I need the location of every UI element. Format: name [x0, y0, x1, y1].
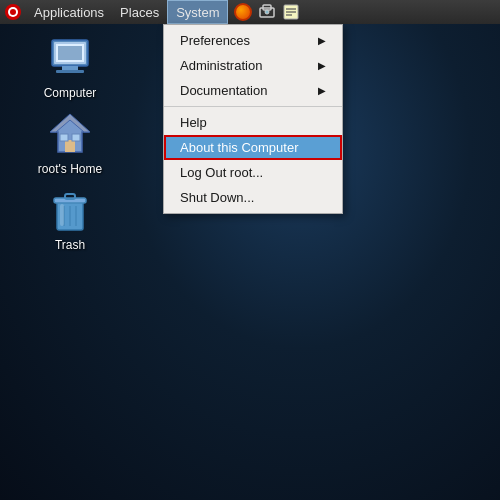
firefox-icon[interactable] — [232, 1, 254, 23]
svg-rect-19 — [72, 134, 80, 141]
menu-item-about[interactable]: About this Computer — [164, 135, 342, 160]
menu-separator-1 — [164, 106, 342, 107]
home-icon[interactable]: root's Home — [30, 110, 110, 176]
menu-item-preferences[interactable]: Preferences ▶ — [164, 28, 342, 53]
desktop-icons-container: Computer root's Home — [30, 34, 110, 252]
computer-label: Computer — [44, 86, 97, 100]
documentation-arrow: ▶ — [318, 85, 326, 96]
system-dropdown-menu: Preferences ▶ Administration ▶ Documenta… — [163, 24, 343, 214]
svg-rect-27 — [60, 204, 64, 226]
svg-rect-13 — [56, 70, 84, 73]
desktop: Applications Places System — [0, 0, 500, 500]
taskbar-icons — [232, 1, 302, 23]
menu-item-documentation[interactable]: Documentation ▶ — [164, 78, 342, 103]
svg-rect-23 — [65, 194, 75, 199]
trash-icon[interactable]: Trash — [30, 186, 110, 252]
places-menu[interactable]: Places — [112, 0, 167, 24]
trash-icon-img — [46, 186, 94, 234]
svg-point-5 — [265, 10, 269, 14]
home-label: root's Home — [38, 162, 102, 176]
trash-label: Trash — [55, 238, 85, 252]
preferences-arrow: ▶ — [318, 35, 326, 46]
computer-icon-img — [46, 34, 94, 82]
administration-arrow: ▶ — [318, 60, 326, 71]
distro-logo[interactable] — [2, 1, 24, 23]
svg-point-2 — [10, 9, 16, 15]
menu-item-administration[interactable]: Administration ▶ — [164, 53, 342, 78]
menu-item-logout[interactable]: Log Out root... — [164, 160, 342, 185]
menu-item-shutdown[interactable]: Shut Down... — [164, 185, 342, 210]
svg-rect-18 — [60, 134, 68, 141]
svg-rect-17 — [65, 140, 75, 152]
computer-icon[interactable]: Computer — [30, 34, 110, 100]
svg-rect-15 — [58, 46, 82, 60]
edit-icon[interactable] — [280, 1, 302, 23]
network-icon[interactable] — [256, 1, 278, 23]
svg-rect-12 — [62, 66, 78, 70]
home-icon-img — [46, 110, 94, 158]
applications-menu[interactable]: Applications — [26, 0, 112, 24]
taskbar: Applications Places System — [0, 0, 500, 24]
menu-item-help[interactable]: Help — [164, 110, 342, 135]
system-menu[interactable]: System — [167, 0, 228, 24]
